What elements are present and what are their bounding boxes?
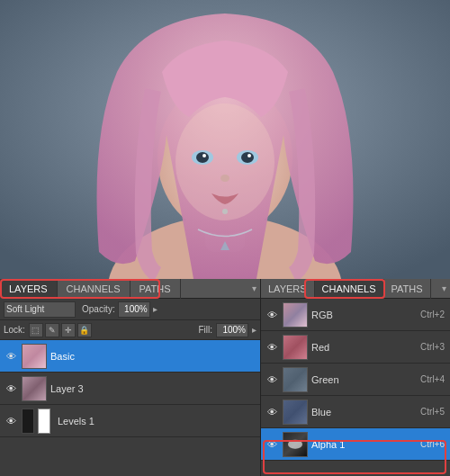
channel-shortcut-blue: Ctrl+5 — [420, 407, 445, 417]
channel-name-red: Red — [311, 342, 417, 353]
lock-row: Lock: ⬚ ✎ ✛ 🔒 Fill: ▸ — [0, 320, 260, 340]
eye-icon-red[interactable]: 👁 — [265, 340, 279, 355]
svg-point-10 — [202, 154, 206, 157]
blend-mode-select[interactable]: Soft Light Normal Multiply Overlay — [4, 301, 76, 318]
layer-thumbnail-levels-white — [38, 409, 50, 434]
channel-thumbnail-blue — [283, 400, 308, 425]
eye-icon-levels1[interactable]: 👁 — [4, 414, 18, 428]
layer-item-levels1[interactable]: 👁 Levels 1 — [0, 405, 260, 437]
layer-thumbnail-layer3 — [22, 376, 47, 401]
right-panel-tabs: LAYERS CHANNELS PATHS ▾ — [261, 279, 450, 299]
svg-point-11 — [248, 154, 251, 157]
channel-item-alpha1[interactable]: 👁 Alpha 1 Ctrl+6 — [261, 428, 450, 461]
fill-arrow[interactable]: ▸ — [252, 325, 256, 335]
opacity-label: Opacity: — [82, 304, 115, 314]
left-panel-tabs: LAYERS CHANNELS PATHS ▾ — [0, 279, 260, 299]
channel-name-rgb: RGB — [311, 310, 417, 320]
channels-panel: LAYERS CHANNELS PATHS ▾ 👁 RGB Ctrl+2 👁 R… — [261, 279, 450, 476]
layer-thumbnail-levels-dark — [22, 409, 34, 434]
eye-icon-green[interactable]: 👁 — [265, 373, 279, 387]
panel-menu-arrow-right[interactable]: ▾ — [442, 283, 446, 293]
svg-point-8 — [196, 152, 209, 163]
layer-item-basic[interactable]: 👁 Basic — [0, 340, 260, 373]
tab-layers-left[interactable]: LAYERS — [0, 279, 58, 299]
channels-list: 👁 RGB Ctrl+2 👁 Red Ctrl+3 👁 Green Ctrl+4 — [261, 299, 450, 476]
channel-shortcut-alpha1: Ctrl+6 — [420, 439, 445, 449]
eye-icon-rgb[interactable]: 👁 — [265, 308, 279, 322]
channel-item-red[interactable]: 👁 Red Ctrl+3 — [261, 331, 450, 364]
lock-label: Lock: — [4, 325, 25, 335]
photo-canvas — [0, 0, 450, 279]
layer-name-levels1: Levels 1 — [58, 416, 256, 427]
tab-channels-right[interactable]: CHANNELS — [315, 279, 384, 299]
layer-item-layer3[interactable]: 👁 Layer 3 — [0, 373, 260, 405]
channel-name-blue: Blue — [311, 407, 417, 418]
layers-panel: LAYERS CHANNELS PATHS ▾ Soft Light Norma… — [0, 279, 261, 476]
bottom-panels: LAYERS CHANNELS PATHS ▾ Soft Light Norma… — [0, 279, 450, 476]
channel-item-rgb[interactable]: 👁 RGB Ctrl+2 — [261, 299, 450, 331]
eye-icon-blue[interactable]: 👁 — [265, 405, 279, 419]
channel-shortcut-green: Ctrl+4 — [420, 374, 445, 384]
fill-input[interactable] — [216, 323, 248, 337]
tab-paths-right[interactable]: PATHS — [384, 279, 431, 299]
svg-point-13 — [222, 209, 228, 214]
eye-icon-alpha1[interactable]: 👁 — [265, 437, 279, 452]
layer-name-basic: Basic — [50, 351, 256, 362]
fill-label: Fill: — [198, 325, 212, 335]
eye-icon-layer3[interactable]: 👁 — [4, 382, 18, 396]
svg-point-9 — [241, 152, 254, 163]
channel-name-green: Green — [311, 374, 417, 385]
eye-icon-basic[interactable]: 👁 — [4, 349, 18, 364]
tab-channels-left[interactable]: CHANNELS — [58, 279, 130, 299]
opacity-input[interactable] — [118, 301, 150, 318]
panel-menu-arrow-left[interactable]: ▾ — [252, 283, 256, 293]
channel-thumbnail-red — [283, 335, 308, 360]
channel-thumbnail-alpha1 — [283, 432, 308, 457]
layer-thumbnail-basic — [22, 344, 47, 369]
channel-shortcut-red: Ctrl+3 — [420, 342, 445, 352]
lock-position-btn[interactable]: ✛ — [61, 323, 76, 337]
opacity-arrow[interactable]: ▸ — [153, 304, 158, 314]
channel-thumbnail-rgb — [283, 302, 308, 328]
lock-transparent-btn[interactable]: ⬚ — [29, 323, 43, 337]
blend-mode-toolbar: Soft Light Normal Multiply Overlay Opaci… — [0, 299, 260, 320]
lock-paint-btn[interactable]: ✎ — [45, 323, 59, 337]
lock-all-btn[interactable]: 🔒 — [77, 323, 92, 337]
layer-list: 👁 Basic 👁 Layer 3 👁 Levels 1 — [0, 340, 260, 476]
layer-name-layer3: Layer 3 — [50, 383, 256, 394]
channel-thumbnail-green — [283, 367, 308, 392]
channel-item-green[interactable]: 👁 Green Ctrl+4 — [261, 364, 450, 396]
svg-point-12 — [220, 175, 230, 182]
channel-name-alpha1: Alpha 1 — [311, 439, 417, 450]
channel-shortcut-rgb: Ctrl+2 — [420, 310, 445, 319]
tab-paths-left[interactable]: PATHS — [130, 279, 181, 299]
tab-layers-right[interactable]: LAYERS — [261, 279, 315, 299]
lock-icons: ⬚ ✎ ✛ 🔒 — [29, 323, 92, 337]
channel-item-blue[interactable]: 👁 Blue Ctrl+5 — [261, 396, 450, 428]
